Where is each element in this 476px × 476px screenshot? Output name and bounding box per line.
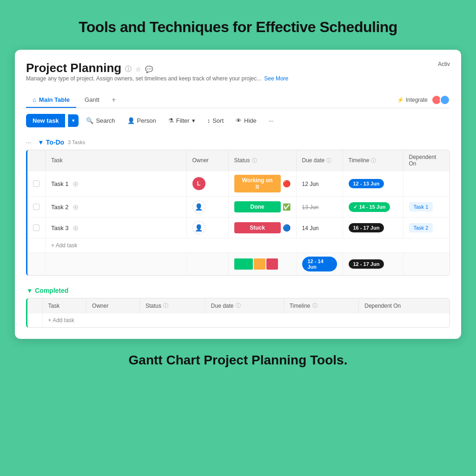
star-icon[interactable]: ☆ [135,66,141,73]
status-badge: Working on it [234,175,281,192]
completed-add-task-label[interactable]: + Add task [48,317,74,324]
new-task-button[interactable]: New task [26,114,65,127]
project-title: Project Planning [26,61,121,75]
task-name: Task 3 [51,225,69,231]
completed-add-task-row[interactable]: + Add task [27,313,450,328]
add-task-row[interactable]: + Add task [27,238,450,253]
sort-icon: ↕ [207,117,211,124]
th-status: Status ⓘ [228,150,296,171]
task-cell: Task 1 ⊕ [51,179,153,188]
row-checkbox[interactable] [33,204,40,210]
tabs-left: ⌂ Main Table Gantt + [26,92,119,108]
th-checkbox [27,150,46,171]
task-name: Task 2 [51,204,69,211]
th-due-date: Due date ⓘ [296,150,343,171]
activity-button[interactable]: Activ [438,61,450,67]
project-subtitle: Manage any type of project. Assign owner… [26,75,288,82]
status-row: Done ✅ [234,201,291,212]
owner-avatar: L [192,177,205,190]
search-icon: 🔍 [86,117,93,124]
avatar-2 [440,95,450,105]
todo-more-button[interactable]: ··· [26,139,32,146]
status-row: Stuck 🔵 [234,222,291,233]
summary-red [266,258,278,270]
duedate-info-icon-c: ⓘ [236,302,241,309]
th-task: Task [46,150,187,171]
completed-table: Task Owner Status ⓘ [27,298,450,327]
summary-date-1: 12 - 14 Jun [302,257,337,271]
status-info-icon-c: ⓘ [163,302,168,309]
completed-chevron-icon: ▾ [28,287,31,294]
th-dep-completed: Dependent On [359,298,450,313]
owner-placeholder: 👤 [192,221,205,234]
status-row: Working on it 🔴 [234,175,291,192]
info-icon[interactable]: ⓘ [125,65,132,73]
todo-table-wrapper: Task Owner Status ⓘ Due date [26,150,450,276]
new-task-dropdown[interactable]: ▾ [68,114,79,127]
row-checkbox[interactable] [33,180,40,187]
due-date: 13 Jun [302,204,319,211]
integrate-button[interactable]: ⚡ Integrate [397,97,428,103]
duedate-info-icon: ⓘ [326,157,331,164]
timeline-badge: 12 - 13 Jun [349,179,384,188]
hide-icon: 👁 [236,117,242,124]
summary-orange [254,258,265,270]
th-timeline-completed: Timeline ⓘ [284,298,359,313]
row-checkbox[interactable] [33,225,40,231]
table-row: Task 2 ⊕ 👤 Done ✅ 13 Jun [27,197,450,218]
completed-section: ▾ Completed Task Owner [26,283,450,328]
person-button[interactable]: 👤 Person [123,114,161,127]
table-row: Task 1 ⊕ L Working on it 🔴 12 Jun [27,171,450,197]
todo-table: Task Owner Status ⓘ Due date [27,150,450,275]
th-owner-completed: Owner [86,298,140,313]
bottom-title: Gantt Chart Project Planning Tools. [9,353,467,368]
timeline-badge: 16 - 17 Jun [349,223,384,232]
owner-placeholder: 👤 [192,200,205,213]
table-row: Task 3 ⊕ 👤 Stuck 🔵 14 Jun [27,218,450,238]
dep-badge: Task 1 [409,202,433,212]
completed-section-header[interactable]: ▾ Completed [26,283,450,298]
task-add-icon[interactable]: ⊕ [73,224,79,232]
task-cell: Task 3 ⊕ [51,224,153,232]
more-options-button[interactable]: ··· [264,114,278,127]
main-card: Project Planning ⓘ ☆ 💬 Manage any type o… [15,50,461,339]
task-add-icon[interactable]: ⊕ [73,203,79,212]
th-owner: Owner [186,150,228,171]
sort-button[interactable]: ↕ Sort [203,114,228,127]
th-checkbox [27,298,42,313]
task-add-icon[interactable]: ⊕ [73,179,79,188]
tab-gantt[interactable]: Gantt [78,93,106,108]
hide-button[interactable]: 👁 Hide [231,114,261,127]
search-button[interactable]: 🔍 Search [81,114,119,127]
see-more-link[interactable]: See More [264,75,288,82]
todo-chevron-icon: ▾ [39,139,42,146]
filter-dropdown-icon: ▾ [192,117,195,124]
status-indicator: 🔵 [283,224,291,231]
summary-row: 12 - 14 Jun 12 - 17 Jun [27,253,450,276]
status-info-icon: ⓘ [252,157,257,164]
project-header: Project Planning ⓘ ☆ 💬 Manage any type o… [26,61,450,89]
th-status-completed: Status ⓘ [139,298,205,313]
add-task-label[interactable]: + Add task [51,242,77,249]
todo-section-header[interactable]: ▾ To-Do 3 Tasks [37,135,85,150]
status-badge: Stuck [234,222,281,233]
tabs-right: ⚡ Integrate [397,95,450,105]
th-timeline: Timeline ⓘ [343,150,403,171]
toolbar: New task ▾ 🔍 Search 👤 Person ⚗ Filter ▾ … [26,114,450,127]
project-title-row: Project Planning ⓘ ☆ 💬 [26,61,288,75]
comment-icon[interactable]: 💬 [145,66,153,73]
check-icon: ✓ [353,204,357,210]
task-cell: Task 2 ⊕ [51,203,153,212]
filter-icon: ⚗ [168,117,174,124]
dep-cell [403,171,450,197]
status-indicator: ✅ [283,203,291,211]
todo-section-header-row: ··· ▾ To-Do 3 Tasks [26,135,450,150]
integrate-icon: ⚡ [397,97,404,103]
bottom-section: Gantt Chart Project Planning Tools. [0,339,476,382]
th-dependent-on: Dependent On [403,150,450,171]
filter-button[interactable]: ⚗ Filter ▾ [164,114,200,127]
tab-add-button[interactable]: + [108,92,119,108]
tab-main-table[interactable]: ⌂ Main Table [26,93,76,108]
header-icons: ⓘ ☆ 💬 [125,65,153,73]
person-icon: 👤 [127,117,135,124]
